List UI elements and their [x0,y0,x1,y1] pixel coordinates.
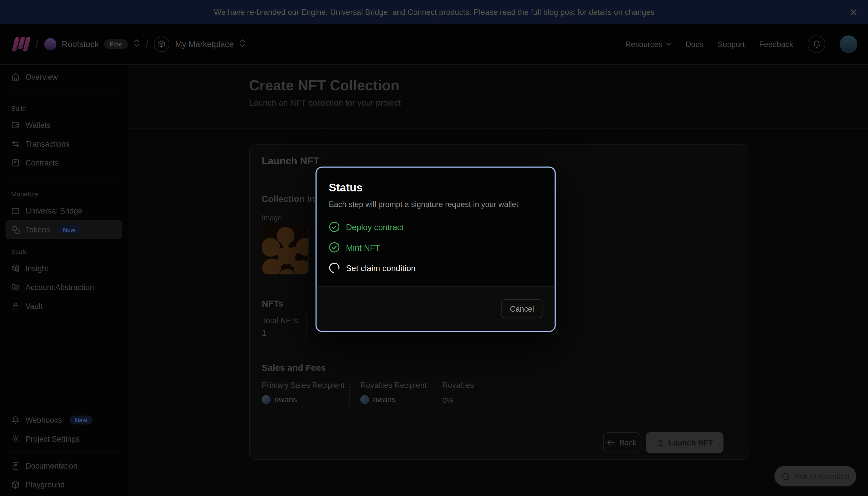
lock-icon [11,301,20,310]
ask-ai-label: Ask AI Assistant [794,472,849,481]
launch-nft-button[interactable]: Launch NFT [646,432,723,453]
top-header: / Rootstock Free / My Marketplace Resour… [0,24,868,65]
project-name[interactable]: My Marketplace [175,39,234,48]
home-icon [11,73,20,81]
sidebar-item-label: Tokens [26,225,50,234]
new-badge: New [70,416,92,424]
nav-resources[interactable]: Resources [625,40,671,48]
status-modal-footer: Cancel [316,286,555,331]
recipient-name: owans [275,395,297,404]
sidebar-item-universal-bridge[interactable]: Universal Bridge [5,201,122,220]
modal-title: Status [329,181,542,194]
sales-heading: Sales and Fees [262,362,736,373]
page-header: Create NFT Collection Launch an NFT coll… [128,65,868,108]
wallet-avatar [360,395,369,404]
primary-sales-column: Primary Sales Recipient owans [262,381,350,405]
total-nfts-column: Total NFTs 1 [262,316,306,338]
sidebar-item-label: Overview [26,73,58,81]
collection-image-preview[interactable] [262,226,309,275]
sidebar-item-project-settings[interactable]: Project Settings [5,429,122,448]
divider [5,177,122,178]
sidebar-item-label: Wallets [26,121,50,129]
cube-search-icon [11,264,20,273]
royalties-value: 0% [442,396,474,405]
step-label: Set claim condition [346,263,416,273]
chevrons-up-down-icon [133,38,140,47]
banner-close-button[interactable] [847,6,859,18]
team-name[interactable]: Rootstock [62,39,99,48]
total-nfts-label: Total NFTs [262,316,306,325]
cancel-button[interactable]: Cancel [501,299,542,318]
sales-and-fees-section: Sales and Fees Primary Sales Recipient o… [262,350,736,405]
thirdweb-logo-icon[interactable] [11,36,30,52]
back-button[interactable]: Back [603,432,640,453]
sidebar-item-playground[interactable]: Playground [5,475,122,494]
nav-support[interactable]: Support [717,40,745,48]
cube-icon [11,480,20,489]
announcement-text: We have re-branded our Engine, Universal… [214,7,654,16]
sidebar-item-insight[interactable]: Insight [5,259,122,278]
collection-image [262,227,309,275]
check-circle-icon [329,221,340,232]
status-modal: Status Each step will prompt a signature… [315,167,556,332]
coins-icon [11,225,20,234]
dashed-divider [306,316,307,338]
breadcrumb: / Rootstock Free / My Marketplace [11,36,246,52]
card-icon [11,206,20,215]
nav-docs[interactable]: Docs [686,40,703,48]
ask-ai-assistant-button[interactable]: Ask AI Assistant [774,466,856,486]
sidebar-item-contracts[interactable]: Contracts [5,153,122,172]
sidebar-item-label: Universal Bridge [26,206,82,215]
folder-icon [11,283,20,292]
card-footer: Back Launch NFT [262,432,736,453]
step-label: Mint NFT [346,243,380,252]
check-circle-icon [329,242,340,253]
recipient-name: owans [373,395,396,404]
sidebar-item-label: Account Abstraction [26,283,94,292]
royalties-label: Royalties [442,381,474,390]
sidebar-section-scale: Scale [11,248,122,256]
chat-bubble-icon [781,472,790,481]
project-switcher[interactable] [239,38,246,49]
sidebar-item-overview[interactable]: Overview [5,67,122,86]
account-avatar[interactable] [840,35,857,53]
sidebar-item-label: Contracts [26,158,59,167]
team-switcher[interactable] [133,38,140,49]
sidebar-item-transactions[interactable]: Transactions [5,135,122,153]
divider [5,451,122,452]
royalties-recipient[interactable]: owans [360,395,431,404]
sidebar-section-build: Build [11,105,122,112]
divider [128,128,868,129]
step-set-claim-condition: Set claim condition [329,262,542,274]
project-cube-icon [154,36,170,52]
primary-sales-recipient[interactable]: owans [262,395,350,404]
sidebar-item-label: Webhooks [26,416,62,424]
notifications-button[interactable] [808,35,825,53]
sidebar: Overview Build Wallets Transactions Cont… [0,65,128,496]
sidebar-item-tokens[interactable]: Tokens New [5,220,122,239]
gear-icon [11,434,20,443]
sidebar-item-documentation[interactable]: Documentation [5,456,122,475]
upload-icon [656,439,664,447]
sidebar-item-wallets[interactable]: Wallets [5,116,122,135]
chevron-down-icon [666,42,671,46]
sidebar-item-label: Playground [26,480,65,489]
primary-sales-label: Primary Sales Recipient [262,381,350,390]
bell-icon [11,416,20,424]
nav-feedback[interactable]: Feedback [759,40,793,48]
status-modal-body: Status Each step will prompt a signature… [316,168,555,274]
bell-icon [812,40,821,48]
sidebar-item-webhooks[interactable]: Webhooks New [5,410,122,429]
team-avatar[interactable] [44,38,56,50]
total-nfts-value: 1 [262,328,306,338]
header-nav: Resources Docs Support Feedback [625,35,857,53]
wallet-icon [11,121,20,129]
step-deploy-contract: Deploy contract [329,221,542,232]
sidebar-item-account-abstraction[interactable]: Account Abstraction [5,278,122,296]
spinner-icon [329,262,340,274]
royalties-recipient-column: Royalties Recipient owans [349,381,431,405]
arrow-left-icon [607,439,615,446]
step-label: Deploy contract [346,222,404,231]
sidebar-item-vault[interactable]: Vault [5,296,122,315]
sidebar-section-monetize: Monetize [11,190,122,198]
